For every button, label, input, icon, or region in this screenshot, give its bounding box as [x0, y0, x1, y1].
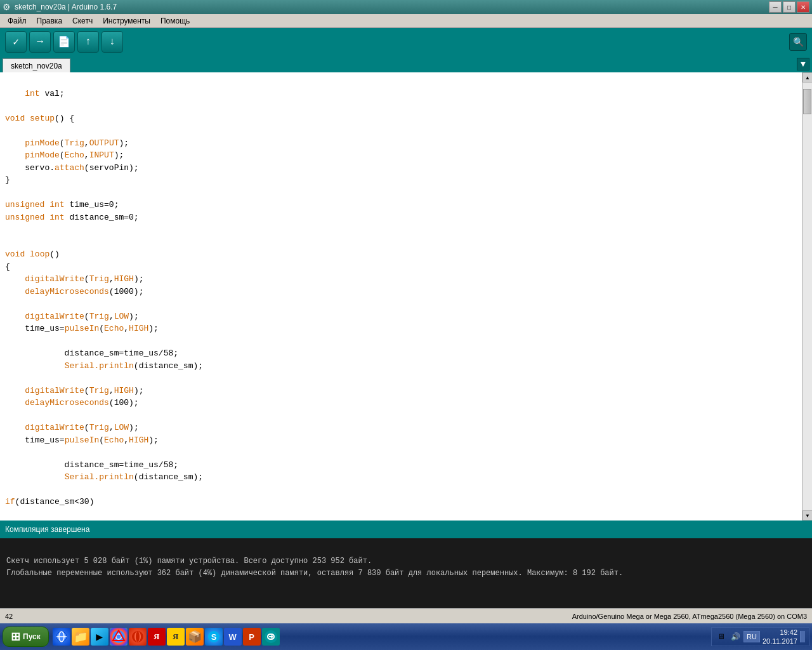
verify-button[interactable]: ✓	[5, 31, 27, 53]
taskbar-word-icon[interactable]: W	[224, 628, 242, 646]
svg-point-8	[136, 632, 140, 642]
editor-area: int val; void setup() { pinMode(Trig,OUT…	[0, 72, 812, 521]
open-button[interactable]: ↑	[77, 31, 99, 53]
taskbar-opera-icon[interactable]	[129, 628, 147, 646]
upload-button[interactable]: →	[29, 31, 51, 53]
taskbar-skype-icon[interactable]: S	[205, 628, 223, 646]
new-button[interactable]: 📄	[53, 31, 75, 53]
compilation-status-bar: Компиляция завершена	[0, 521, 812, 538]
title-bar-left: ⚙ sketch_nov20a | Arduino 1.6.7	[3, 2, 117, 12]
start-button[interactable]: ⊞ Пуск	[3, 627, 49, 647]
bottom-status-bar: 42 Arduino/Genuino Mega or Mega 2560, AT…	[0, 608, 812, 623]
search-button[interactable]: 🔍	[789, 33, 807, 51]
menu-help[interactable]: Помощь	[155, 15, 195, 27]
taskbar: ⊞ Пуск 📁 ▶	[0, 623, 812, 650]
language-indicator[interactable]: RU	[743, 631, 760, 642]
scroll-thumb[interactable]	[803, 89, 811, 114]
console-line-2: Скетч использует 5 028 байт (1%) памяти …	[6, 555, 806, 567]
taskbar-media-icon[interactable]: ▶	[91, 628, 108, 646]
tray-speaker-icon[interactable]: 🔊	[730, 631, 741, 642]
code-editor[interactable]: int val; void setup() { pinMode(Trig,OUT…	[0, 72, 802, 521]
menu-edit[interactable]: Правка	[32, 15, 68, 27]
close-button[interactable]: ✕	[797, 1, 809, 13]
save-button[interactable]: ↓	[102, 31, 123, 53]
clock-time: 19:42	[763, 628, 797, 637]
start-label: Пуск	[23, 632, 41, 641]
scroll-track[interactable]	[802, 83, 812, 510]
svg-text:S: S	[211, 632, 216, 642]
taskbar-arduino-icon[interactable]	[262, 628, 280, 646]
taskbar-yandex-icon[interactable]: Я	[148, 628, 166, 646]
title-controls: ─ □ ✕	[769, 1, 809, 13]
compilation-status-text: Компиляция завершена	[5, 525, 89, 534]
console-line-1	[6, 543, 806, 555]
board-info: Arduino/Genuino Mega or Mega 2560, ATmeg…	[572, 613, 807, 620]
system-tray: 🖥 🔊 RU 19:42 20.11.2017	[711, 627, 809, 646]
taskbar-box-icon[interactable]: 📦	[186, 628, 204, 646]
taskbar-folder-icon[interactable]: 📁	[72, 628, 89, 646]
taskbar-chrome-icon[interactable]	[110, 628, 128, 646]
taskbar-yabrowser-icon[interactable]: Я	[167, 628, 185, 646]
scroll-up-arrow[interactable]: ▲	[802, 72, 812, 83]
line-number: 42	[5, 613, 13, 620]
system-clock[interactable]: 19:42 20.11.2017	[763, 628, 797, 646]
tab-label: sketch_nov20a	[11, 62, 62, 70]
menu-sketch[interactable]: Скетч	[67, 15, 98, 27]
maximize-button[interactable]: □	[783, 1, 796, 13]
taskbar-items: 📁 ▶ Я Я 📦 S W P	[53, 628, 707, 646]
scroll-down-arrow[interactable]: ▼	[802, 510, 812, 521]
svg-point-5	[116, 635, 121, 639]
app-icon: ⚙	[3, 2, 11, 12]
toolbar: ✓ → 📄 ↑ ↓ 🔍	[0, 28, 812, 56]
tab-dropdown[interactable]: ▼	[797, 58, 809, 70]
tab-bar: sketch_nov20a ▼	[0, 56, 812, 72]
tray-network-icon[interactable]: 🖥	[716, 631, 727, 642]
minimize-button[interactable]: ─	[769, 1, 782, 13]
menu-tools[interactable]: Инструменты	[98, 15, 155, 27]
vertical-scrollbar[interactable]: ▲ ▼	[802, 72, 812, 521]
menu-bar: Файл Правка Скетч Инструменты Помощь	[0, 14, 812, 28]
clock-date: 20.11.2017	[763, 637, 797, 646]
title-bar: ⚙ sketch_nov20a | Arduino 1.6.7 ─ □ ✕	[0, 0, 812, 14]
console-output: Скетч использует 5 028 байт (1%) памяти …	[0, 538, 812, 608]
taskbar-powerpoint-icon[interactable]: P	[243, 628, 261, 646]
tab-sketch[interactable]: sketch_nov20a	[3, 58, 70, 72]
window-title: sketch_nov20a | Arduino 1.6.7	[15, 3, 117, 11]
console-line-3: Глобальные переменные используют 362 бай…	[6, 567, 806, 580]
menu-file[interactable]: Файл	[3, 15, 32, 27]
taskbar-ie-icon[interactable]	[53, 628, 70, 646]
show-desktop-button[interactable]	[800, 631, 805, 642]
